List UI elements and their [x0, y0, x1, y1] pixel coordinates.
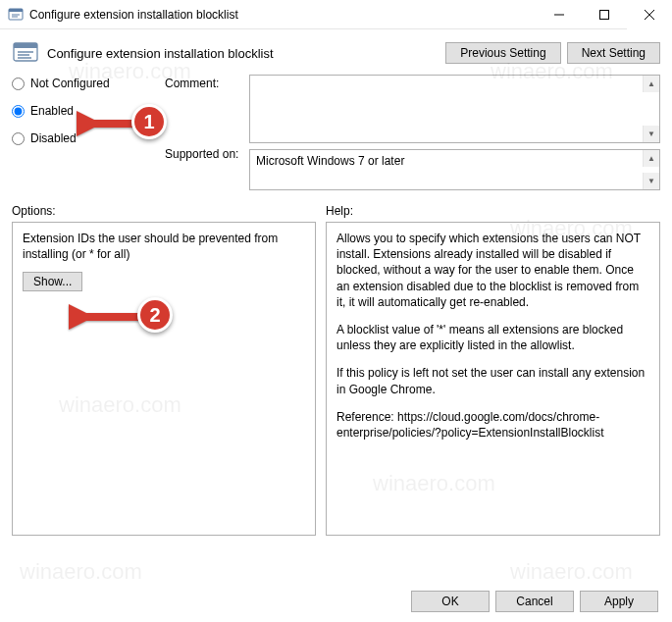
scroll-down-icon[interactable]: ▼ — [643, 173, 659, 189]
help-panel: Allows you to specify which extensions t… — [326, 222, 660, 536]
minimize-button[interactable] — [537, 0, 582, 29]
next-setting-button[interactable]: Next Setting — [567, 42, 660, 64]
app-icon — [8, 7, 24, 23]
show-button[interactable]: Show... — [23, 272, 82, 291]
svg-rect-2 — [600, 10, 609, 19]
radio-enabled-input[interactable] — [12, 105, 25, 118]
help-paragraph-3: If this policy is left not set the user … — [336, 365, 649, 396]
radio-enabled-label: Enabled — [30, 104, 74, 118]
callout-arrow-1 — [77, 111, 139, 136]
page-heading: Configure extension installation blockli… — [47, 46, 445, 61]
previous-setting-button[interactable]: Previous Setting — [445, 42, 560, 64]
radio-not-configured-label: Not Configured — [30, 77, 110, 90]
scroll-up-icon[interactable]: ▲ — [643, 150, 659, 167]
maximize-button[interactable] — [582, 0, 627, 29]
scroll-down-icon[interactable]: ▼ — [643, 126, 659, 142]
options-panel: Extension IDs the user should be prevent… — [12, 222, 316, 536]
header-row: Configure extension installation blockli… — [12, 39, 660, 67]
scroll-up-icon[interactable]: ▲ — [643, 76, 659, 92]
callout-badge-1: 1 — [131, 104, 167, 139]
callout-badge-2: 2 — [137, 297, 173, 333]
radio-not-configured[interactable]: Not Configured — [12, 77, 159, 90]
options-description: Extension IDs the user should be prevent… — [23, 231, 305, 262]
radio-disabled-input[interactable] — [12, 132, 25, 145]
dialog-footer: OK Cancel Apply — [411, 591, 658, 612]
watermark: winaero.com — [510, 559, 633, 585]
help-paragraph-1: Allows you to specify which extensions t… — [336, 231, 649, 310]
supported-on-label: Supported on: — [165, 145, 243, 161]
titlebar: Configure extension installation blockli… — [0, 0, 672, 29]
comment-textarea[interactable]: ▲ ▼ — [249, 75, 660, 143]
close-button[interactable] — [627, 0, 672, 29]
supported-on-value: Microsoft Windows 7 or later — [256, 154, 404, 168]
help-paragraph-4: Reference: https://cloud.google.com/docs… — [336, 409, 649, 441]
help-section-label: Help: — [326, 204, 353, 218]
supported-on-box: Microsoft Windows 7 or later ▲ ▼ — [249, 149, 660, 190]
radio-not-configured-input[interactable] — [12, 78, 25, 90]
options-section-label: Options: — [12, 204, 326, 218]
callout-arrow-2 — [69, 304, 145, 330]
apply-button[interactable]: Apply — [580, 591, 658, 612]
comment-label: Comment: — [165, 75, 243, 90]
window-title: Configure extension installation blockli… — [29, 8, 537, 22]
ok-button[interactable]: OK — [411, 591, 490, 612]
watermark: winaero.com — [20, 559, 142, 585]
help-paragraph-2: A blocklist value of '*' means all exten… — [336, 322, 649, 353]
svg-rect-4 — [14, 43, 37, 48]
radio-disabled-label: Disabled — [30, 131, 77, 145]
policy-icon — [12, 39, 39, 67]
cancel-button[interactable]: Cancel — [495, 591, 574, 612]
svg-rect-1 — [9, 9, 23, 12]
